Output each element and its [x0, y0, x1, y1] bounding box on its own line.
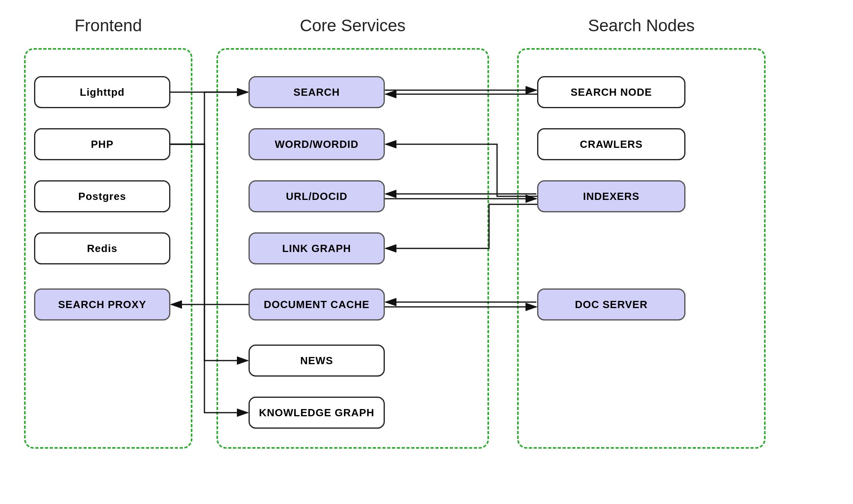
node-lighttpd: Lighttpd: [34, 76, 170, 108]
node-crawlers: CRAWLERS: [537, 128, 685, 160]
header-search-nodes: Search Nodes: [517, 16, 766, 35]
search-box: [517, 48, 766, 449]
node-postgres: Postgres: [34, 180, 170, 212]
header-frontend: Frontend: [24, 16, 192, 35]
node-word-wordid: WORD/WORDID: [249, 128, 385, 160]
node-knowledge-graph: KNOWLEDGE GRAPH: [249, 397, 385, 429]
node-search-proxy: SEARCH PROXY: [34, 288, 170, 321]
node-url-docid: URL/DOCID: [249, 180, 385, 212]
node-search: SEARCH: [249, 76, 385, 108]
node-link-graph: LINK GRAPH: [249, 232, 385, 264]
node-search-node: SEARCH NODE: [537, 76, 685, 108]
header-core: Core Services: [216, 16, 489, 35]
node-indexers: INDEXERS: [537, 180, 685, 212]
node-php: PHP: [34, 128, 170, 160]
node-redis: Redis: [34, 232, 170, 264]
node-doc-server: DOC SERVER: [537, 288, 685, 321]
diagram: Frontend Core Services Search Nodes Ligh…: [0, 0, 853, 504]
node-news: NEWS: [249, 345, 385, 377]
node-document-cache: DOCUMENT CACHE: [249, 288, 385, 321]
